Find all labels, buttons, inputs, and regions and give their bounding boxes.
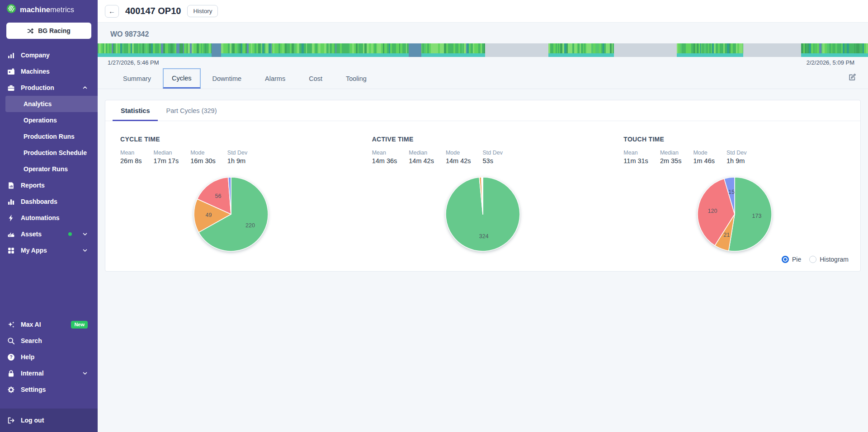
radio-icon[interactable] [809, 256, 816, 263]
metric-value: 53s [483, 157, 503, 164]
tab-summary[interactable]: Summary [111, 68, 163, 89]
sidebar-bottom-nav: Max AINewSearch?HelpInternalSettings [0, 316, 98, 398]
metric-value: 26m 8s [120, 157, 142, 164]
sidebar-item-label: Operations [24, 117, 57, 124]
status-dot [68, 232, 72, 236]
lock-icon [7, 370, 15, 377]
sidebar-item-settings[interactable]: Settings [0, 381, 98, 398]
metric-value: 16m 30s [190, 157, 216, 164]
metric-median: Median2m 35s [660, 150, 682, 164]
radio-icon[interactable] [782, 256, 789, 263]
metric-mean: Mean14m 36s [372, 150, 397, 164]
sidebar-spacer [0, 258, 98, 316]
metric-label: Mean [120, 150, 142, 156]
main-area: ← 400147 OP10 History WO 987342 1/27/202… [98, 0, 868, 432]
sidebar-item-label: Settings [21, 386, 46, 393]
timeline-segment-active [221, 43, 409, 57]
app-root: machinemetrics BG Racing CompanyMachines… [0, 0, 868, 432]
sidebar-item-internal[interactable]: Internal [0, 365, 98, 381]
reports-icon [7, 182, 15, 189]
machinemetrics-logo-icon [6, 4, 16, 15]
stat-section-active-time: ACTIVE TIMEMean14m 36sMedian14m 42sMode1… [357, 136, 609, 254]
radio-label: Histogram [820, 256, 849, 263]
pie-chart-active-time[interactable]: 324 [357, 174, 609, 254]
sidebar-item-operator-runs[interactable]: Operator Runs [0, 161, 98, 177]
org-name: BG Racing [38, 27, 71, 34]
card-tab-part-cycles-329[interactable]: Part Cycles (329) [158, 100, 225, 121]
sidebar-item-analytics[interactable]: Analytics [5, 96, 98, 112]
metric-mode: Mode16m 30s [190, 150, 216, 164]
metric-value: 11m 31s [623, 157, 648, 164]
sidebar-item-assets[interactable]: Assets [0, 226, 98, 242]
metric-mean: Mean26m 8s [120, 150, 142, 164]
tab-alarms[interactable]: Alarms [253, 68, 297, 89]
sidebar-item-company[interactable]: Company [0, 47, 98, 63]
sidebar-item-production-schedule[interactable]: Production Schedule [0, 145, 98, 161]
sidebar-nav: CompanyMachinesProductionAnalyticsOperat… [0, 47, 98, 258]
pie-slice[interactable] [728, 177, 771, 251]
sidebar-item-production-runs[interactable]: Production Runs [0, 128, 98, 145]
sidebar-item-reports[interactable]: Reports [0, 177, 98, 193]
sidebar-item-machines[interactable]: Machines [0, 63, 98, 80]
brand-name: machinemetrics [20, 5, 74, 14]
metric-label: Median [409, 150, 434, 156]
sidebar-item-label: My Apps [21, 247, 47, 254]
history-button[interactable]: History [187, 5, 218, 17]
timeline-end-date: 2/2/2026, 5:09 PM [807, 59, 854, 66]
detail-tabs: SummaryCyclesDowntimeAlarmsCostTooling [98, 68, 868, 89]
metric-label: Std Dev [483, 150, 503, 156]
metric-std-dev: Std Dev1h 9m [227, 150, 247, 164]
pie-slice-label: 120 [708, 208, 717, 214]
sidebar-item-label: Help [21, 353, 34, 361]
section-title: TOUCH TIME [623, 136, 860, 143]
sidebar-item-operations[interactable]: Operations [0, 112, 98, 128]
metric-label: Mode [446, 150, 471, 156]
timeline-segment-gap [614, 43, 677, 57]
card-tab-statistics[interactable]: Statistics [113, 100, 158, 121]
machines-icon [7, 68, 15, 75]
sidebar-item-label: Operator Runs [24, 165, 68, 173]
metric-value: 14m 42s [446, 157, 471, 164]
metrics-row: Mean14m 36sMedian14m 42sMode14m 42sStd D… [372, 150, 609, 164]
sidebar-item-max-ai[interactable]: Max AINew [0, 316, 98, 333]
sidebar-item-my-apps[interactable]: My Apps [0, 242, 98, 258]
metric-label: Median [154, 150, 179, 156]
metric-label: Median [660, 150, 682, 156]
shuffle-icon [27, 28, 34, 34]
apps-icon [7, 247, 15, 254]
tab-cycles[interactable]: Cycles [163, 68, 201, 89]
logout-button[interactable]: Log out [0, 409, 98, 432]
tab-cost[interactable]: Cost [297, 68, 334, 89]
brand-logo[interactable]: machinemetrics [0, 0, 98, 19]
sidebar-item-label: Machines [21, 68, 50, 75]
timeline-dates: 1/27/2026, 5:46 PM 2/2/2026, 5:09 PM [98, 57, 868, 66]
radio-pie[interactable]: Pie [782, 256, 801, 263]
stat-section-touch-time: TOUCH TIMEMean11m 31sMedian2m 35sMode1m … [609, 136, 860, 254]
org-switcher-button[interactable]: BG Racing [6, 23, 91, 39]
pie-chart-touch-time[interactable]: 1732112015 [609, 174, 860, 254]
production-icon [7, 84, 15, 92]
timeline-segment-gap [743, 43, 801, 57]
back-button[interactable]: ← [105, 5, 119, 18]
edit-icon[interactable] [848, 73, 856, 83]
pie-chart-cycle-time[interactable]: 2204956 [105, 174, 357, 254]
sidebar-item-search[interactable]: Search [0, 333, 98, 349]
sidebar-item-label: Production [21, 84, 54, 91]
logout-label: Log out [21, 417, 44, 424]
radio-histogram[interactable]: Histogram [809, 256, 849, 263]
sidebar-item-label: Production Runs [24, 133, 75, 140]
production-timeline[interactable] [98, 43, 868, 57]
metric-label: Std Dev [227, 150, 247, 156]
sidebar-item-dashboards[interactable]: Dashboards [0, 193, 98, 210]
pie-slice-label: 220 [245, 222, 255, 229]
tab-tooling[interactable]: Tooling [334, 68, 378, 89]
sidebar-item-label: Automations [21, 214, 60, 221]
sidebar-item-automations[interactable]: Automations [0, 210, 98, 226]
tab-downtime[interactable]: Downtime [201, 68, 253, 89]
metric-label: Mode [693, 150, 715, 156]
timeline-segment-active [98, 43, 212, 57]
sidebar: machinemetrics BG Racing CompanyMachines… [0, 0, 98, 432]
sidebar-item-label: Internal [21, 370, 44, 377]
sidebar-item-production[interactable]: Production [0, 80, 98, 96]
sidebar-item-help[interactable]: ?Help [0, 349, 98, 365]
